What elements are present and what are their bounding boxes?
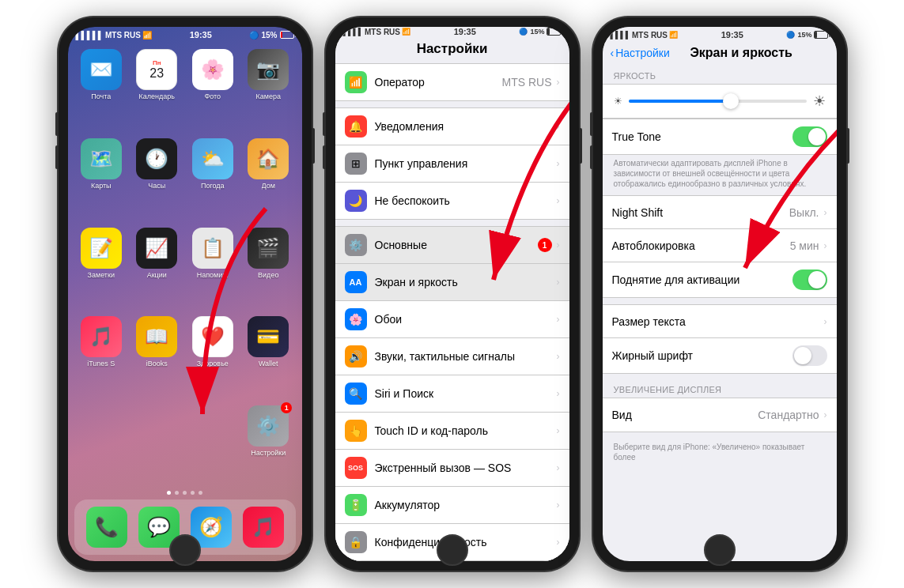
brightness-row[interactable]: ☀ ☀ [603, 84, 837, 119]
text-group: Размер текста › Жирный шрифт [603, 304, 837, 374]
back-button[interactable]: ‹ Настройки [611, 47, 670, 59]
app-icon-wallet: 💳 [248, 316, 289, 357]
settings-row-control[interactable]: ⊞ Пункт управления › [335, 145, 569, 183]
settings-row-notifications[interactable]: 🔔 Уведомления › [335, 108, 569, 145]
app-empty-3 [187, 405, 239, 487]
vol-up-button-2[interactable] [323, 112, 326, 136]
notifications-chevron: › [557, 121, 560, 132]
battery-percent-3: 15% [797, 31, 811, 39]
dnd-label: Не беспокоить [375, 194, 557, 207]
power-button-3[interactable] [846, 128, 849, 164]
power-button-2[interactable] [579, 128, 582, 164]
raise-to-wake-row[interactable]: Поднятие для активации [603, 262, 837, 297]
app-camera[interactable]: 📷 Камера [243, 49, 294, 130]
app-settings[interactable]: ⚙️ 1 Настройки [243, 405, 294, 487]
true-tone-toggle[interactable] [792, 126, 827, 147]
app-icon-notes: 📝 [81, 228, 122, 269]
carrier-name-3: MTS RUS [632, 31, 668, 40]
status-time: 19:35 [190, 30, 212, 40]
dnd-chevron: › [557, 195, 560, 206]
status-bar-1: ▌▌▌▌▌ MTS RUS 📶 19:35 🔵 15% [68, 27, 302, 43]
app-clock[interactable]: 🕐 Часы [131, 138, 183, 220]
view-row[interactable]: Вид Стандартно › [603, 398, 837, 432]
phone-1: ▌▌▌▌▌ MTS RUS 📶 19:35 🔵 15% [59, 17, 312, 571]
vol-down-button[interactable] [55, 145, 59, 169]
slider-thumb[interactable] [723, 93, 739, 109]
app-label-settings: Настройки [251, 449, 286, 457]
app-maps[interactable]: 🗺️ Карты [76, 138, 127, 220]
app-reminders[interactable]: 📋 Напомин. [187, 228, 239, 309]
settings-page-title: Настройки [335, 36, 569, 63]
vol-up-button[interactable] [55, 112, 59, 136]
battery-icon [280, 31, 294, 39]
app-ibooks[interactable]: 📖 iBooks [131, 316, 183, 398]
vol-down-button-3[interactable] [590, 145, 593, 169]
app-label-maps: Карты [91, 182, 112, 190]
night-shift-row[interactable]: Night Shift Выкл. › [603, 196, 837, 229]
app-label-clock: Часы [148, 182, 165, 190]
bold-row[interactable]: Жирный шрифт [603, 338, 837, 373]
battery-chevron: › [557, 499, 560, 511]
true-tone-row[interactable]: True Tone [603, 119, 837, 154]
settings-row-sos[interactable]: SOS Экстренный вызов — SOS › [335, 450, 569, 487]
app-label-reminders: Напомин. [197, 271, 229, 279]
dock-phone[interactable]: 📞 [86, 507, 127, 548]
settings-row-battery[interactable]: 🔋 Аккумулятор › [335, 487, 569, 524]
app-grid: ✉️ Почта Пн 23 Календарь 🌸 Фото [68, 43, 302, 487]
settings-row-operator[interactable]: 📶 Оператор MTS RUS › [335, 64, 569, 100]
app-icon-settings: ⚙️ 1 [248, 405, 289, 447]
general-icon: ⚙️ [345, 234, 367, 256]
app-empty-2 [131, 405, 183, 487]
app-mail[interactable]: ✉️ Почта [76, 49, 127, 130]
app-calendar[interactable]: Пн 23 Календарь [131, 49, 183, 130]
app-weather[interactable]: ⛅ Погода [187, 138, 239, 220]
app-icon-clock: 🕐 [136, 138, 177, 179]
app-label-notes: Заметки [88, 271, 115, 279]
app-label-weather: Погода [201, 182, 225, 190]
brightness-high-icon: ☀ [813, 92, 826, 110]
settings-row-siri[interactable]: 🔍 Siri и Поиск › [335, 375, 569, 413]
home-button-3[interactable] [704, 534, 736, 566]
settings-row-wallpaper[interactable]: 🌸 Обои › [335, 301, 569, 338]
app-notes[interactable]: 📝 Заметки [76, 228, 127, 309]
dock-icon-music: 🎵 [243, 507, 284, 548]
app-home[interactable]: 🏠 Дом [243, 138, 294, 220]
app-health[interactable]: ❤️ Здоровье [187, 316, 239, 398]
carrier-name-2: MTS RUS [365, 28, 400, 36]
app-wallet[interactable]: 💳 Wallet [243, 316, 294, 398]
home-button-2[interactable] [437, 534, 468, 566]
vol-down-button-2[interactable] [323, 145, 326, 169]
brightness-fill [629, 100, 736, 103]
settings-row-display[interactable]: AA Экран и яркость › [335, 264, 569, 301]
bold-toggle[interactable] [792, 345, 827, 366]
true-tone-description: Автоматически адаптировать дисплей iPhon… [603, 155, 837, 195]
dock-music[interactable]: 🎵 [243, 507, 284, 548]
status-bar-3: ▌▌▌▌ MTS RUS 📶 19:35 🔵 15% [603, 27, 837, 43]
autolock-row[interactable]: Автоблокировка 5 мин › [603, 229, 837, 262]
status-battery: 🔵 15% [249, 31, 293, 40]
general-badge: 1 [538, 238, 552, 252]
settings-row-dnd[interactable]: 🌙 Не беспокоить › [335, 183, 569, 219]
settings-row-sounds[interactable]: 🔊 Звуки, тактильные сигналы › [335, 338, 569, 375]
raise-to-wake-toggle[interactable] [792, 270, 827, 290]
notifications-icon: 🔔 [345, 115, 367, 138]
vol-up-button-3[interactable] [590, 112, 593, 136]
touchid-icon: 👆 [345, 420, 367, 442]
touchid-chevron: › [557, 425, 560, 436]
night-shift-chevron: › [824, 207, 827, 218]
app-stocks[interactable]: 📈 Акции [131, 228, 183, 309]
text-size-row[interactable]: Размер текста › [603, 305, 837, 338]
brightness-slider[interactable] [629, 100, 807, 103]
home-button-1[interactable] [169, 534, 201, 566]
general-chevron: › [557, 239, 560, 251]
wallpaper-chevron: › [557, 314, 560, 325]
app-video[interactable]: 🎬 Видео [243, 228, 294, 309]
app-photos[interactable]: 🌸 Фото [187, 49, 239, 130]
settings-group-2: 🔔 Уведомления › ⊞ Пункт управления › 🌙 Н… [335, 107, 569, 220]
app-itunes[interactable]: 🎵 iTunes S [76, 316, 127, 398]
phone-3: ▌▌▌▌ MTS RUS 📶 19:35 🔵 15% [593, 17, 846, 571]
sounds-label: Звуки, тактильные сигналы [375, 350, 557, 363]
settings-row-general[interactable]: ⚙️ Основные 1 › [335, 227, 569, 264]
settings-row-touchid[interactable]: 👆 Touch ID и код-пароль › [335, 413, 569, 450]
power-button[interactable] [312, 128, 315, 164]
